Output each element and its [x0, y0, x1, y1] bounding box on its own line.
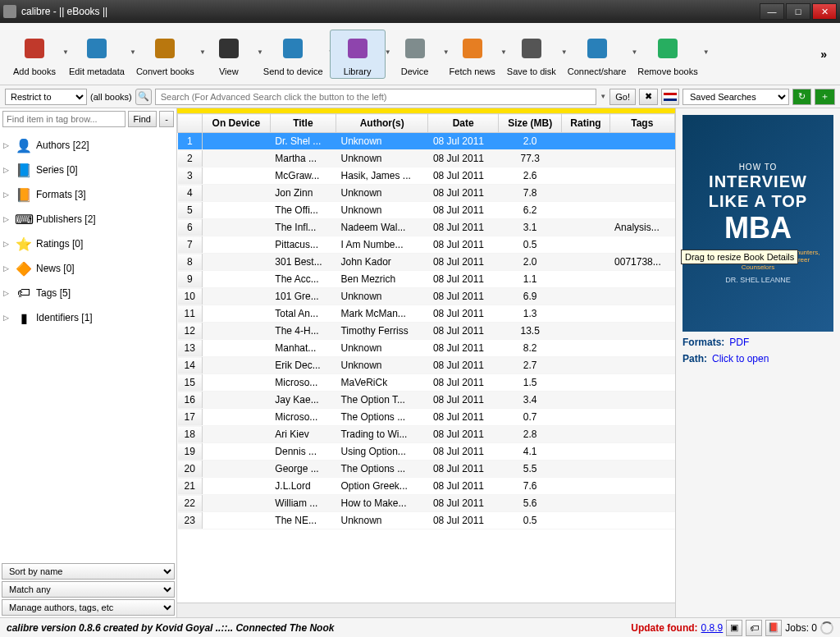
tag-tree[interactable]: ▷👤Authors [22]▷📘Series [0]▷📙Formats [3]▷…	[0, 130, 176, 561]
toolbar-remove-books[interactable]: Remove books▼	[632, 30, 702, 78]
add-search-button[interactable]: ＋	[815, 89, 835, 105]
table-row[interactable]: 2Martha ...Unknown08 Jul 201177.3	[178, 150, 675, 167]
close-button[interactable]: ✕	[812, 3, 837, 20]
cell-title: 101 Gre...	[270, 288, 336, 305]
maximize-button[interactable]: □	[786, 3, 810, 20]
column-header[interactable]: Author(s)	[336, 114, 427, 133]
table-row[interactable]: 17Microso...The Options ...08 Jul 20110.…	[178, 409, 675, 426]
toolbar-convert-books[interactable]: Convert books▼	[131, 30, 199, 78]
table-row[interactable]: 20George ...The Options ...08 Jul 20115.…	[178, 461, 675, 478]
table-row[interactable]: 19Dennis ...Using Option...08 Jul 20114.…	[178, 443, 675, 461]
table-row[interactable]: 3McGraw...Hasik, James ...08 Jul 20112.6	[178, 167, 675, 185]
tree-item[interactable]: ▷📙Formats [3]	[2, 182, 175, 207]
toolbar-device[interactable]: Device▼	[387, 30, 443, 78]
expand-icon[interactable]: ▷	[3, 289, 11, 297]
toolbar-edit-metadata[interactable]: Edit metadata▼	[64, 30, 130, 78]
tree-item[interactable]: ▷🏷Tags [5]	[2, 281, 175, 305]
row-number: 13	[178, 340, 203, 357]
toolbar-save-to-disk[interactable]: Save to disk▼	[502, 30, 561, 78]
toolbar-fetch-news[interactable]: Fetch news▼	[445, 30, 500, 78]
horizontal-scrollbar[interactable]	[177, 603, 675, 617]
cell-ondevice	[203, 167, 271, 185]
table-row[interactable]: 7Pittacus...I Am Numbe...08 Jul 20110.5	[178, 236, 675, 254]
toolbar-send-to-device[interactable]: Send to device▼	[258, 30, 328, 78]
column-header[interactable]: Rating	[562, 114, 609, 133]
edit-metadata-icon	[80, 32, 113, 65]
column-header[interactable]: On Device	[203, 114, 271, 133]
tree-item[interactable]: ▷⭐Ratings [0]	[2, 231, 175, 256]
saved-searches-select[interactable]: Saved Searches	[682, 89, 789, 105]
jobs-spinner-icon[interactable]	[820, 621, 833, 635]
tree-item[interactable]: ▷👤Authors [22]	[2, 133, 175, 158]
remove-books-icon	[651, 32, 684, 65]
expand-icon[interactable]: ▷	[3, 240, 11, 248]
table-row[interactable]: 5The Offi...Unknown08 Jul 20116.2	[178, 202, 675, 219]
table-row[interactable]: 22William ...How to Make...08 Jul 20115.…	[178, 495, 675, 512]
advanced-search-button[interactable]: 🔍	[135, 89, 152, 105]
toolbar-view[interactable]: View▼	[201, 30, 257, 78]
table-row[interactable]: 1Dr. Shel ...Unknown08 Jul 20112.0	[178, 133, 675, 150]
expand-icon[interactable]: ▷	[3, 190, 11, 199]
toolbar-library[interactable]: Library▼	[330, 30, 386, 79]
tree-item[interactable]: ▷📘Series [0]	[2, 158, 175, 182]
table-row[interactable]: 4Jon ZinnUnknown08 Jul 20117.8	[178, 185, 675, 202]
toolbar-overflow[interactable]: »	[820, 48, 833, 61]
book-cover[interactable]: HOW TO INTERVIEW LIKE A TOP MBA Job-Winn…	[682, 115, 833, 332]
column-header[interactable]: Date	[428, 114, 499, 133]
expand-icon[interactable]: ▷	[3, 314, 11, 322]
column-header[interactable]	[178, 114, 203, 133]
save-search-button[interactable]: ↻	[792, 89, 811, 105]
go-button[interactable]: Go!	[609, 89, 636, 105]
table-row[interactable]: 15Microso...MaVeRiCk08 Jul 20111.5	[178, 374, 675, 392]
find-tag-input[interactable]	[2, 111, 126, 127]
table-row[interactable]: 21J.L.LordOption Greek...08 Jul 20117.6	[178, 478, 675, 495]
find-tag-button[interactable]: Find	[128, 111, 157, 127]
table-row[interactable]: 23The NE...Unknown08 Jul 20110.5	[178, 512, 675, 529]
search-bar: Restrict to (all books) 🔍 ▼ Go! ✖ Saved …	[0, 85, 840, 108]
tree-item[interactable]: ▷🔶News [0]	[2, 256, 175, 281]
manage-select[interactable]: Manage authors, tags, etc	[2, 599, 175, 616]
sort-select[interactable]: Sort by name	[2, 563, 175, 580]
table-row[interactable]: 16Jay Kae...The Option T...08 Jul 20113.…	[178, 392, 675, 409]
tree-label: Identifiers [1]	[36, 312, 93, 323]
toolbar-add-books[interactable]: Add books▼	[7, 30, 62, 78]
restrict-select[interactable]: Restrict to	[5, 89, 87, 105]
tag-browser-toggle[interactable]: 🏷	[746, 620, 762, 636]
expand-icon[interactable]: ▷	[3, 215, 11, 223]
cover-howto: HOW TO	[739, 163, 778, 172]
column-header[interactable]: Size (MB)	[499, 114, 562, 133]
update-version-link[interactable]: 0.8.9	[701, 622, 724, 634]
layout-button[interactable]: ▣	[726, 620, 742, 636]
search-input[interactable]	[155, 89, 597, 105]
column-header[interactable]: Tags	[609, 114, 674, 133]
match-select[interactable]: Match any	[2, 581, 175, 598]
expand-icon[interactable]: ▷	[3, 141, 11, 149]
table-row[interactable]: 13Manhat...Unknown08 Jul 20118.2	[178, 340, 675, 357]
expand-icon[interactable]: ▷	[3, 166, 11, 174]
clear-search-button[interactable]: ✖	[639, 89, 658, 105]
titlebar[interactable]: calibre - || eBooks || — □ ✕	[0, 0, 840, 23]
book-table-wrap[interactable]: On DeviceTitleAuthor(s)DateSize (MB)Rati…	[177, 113, 675, 603]
table-row[interactable]: 9The Acc...Ben Mezrich08 Jul 20111.1	[178, 271, 675, 288]
dropdown-icon[interactable]: ▼	[703, 48, 710, 56]
table-row[interactable]: 8301 Best...John Kador08 Jul 20112.00071…	[178, 254, 675, 271]
jobs-label[interactable]: Jobs: 0	[785, 622, 817, 634]
table-row[interactable]: 18Ari KievTrading to Wi...08 Jul 20112.8	[178, 426, 675, 443]
highlight-button[interactable]	[661, 89, 679, 105]
collapse-button[interactable]: -	[159, 111, 174, 127]
column-header[interactable]: Title	[270, 114, 336, 133]
cover-browser-toggle[interactable]: 📕	[765, 620, 782, 636]
table-row[interactable]: 11Total An...Mark McMan...08 Jul 20111.3	[178, 305, 675, 323]
tree-item[interactable]: ▷▮Identifiers [1]	[2, 305, 175, 330]
toolbar-connect-share[interactable]: Connect/share▼	[563, 30, 632, 78]
minimize-button[interactable]: —	[760, 3, 784, 20]
cell-title: Pittacus...	[270, 236, 336, 254]
formats-link[interactable]: PDF	[729, 337, 749, 348]
table-row[interactable]: 12The 4-H...Timothy Ferriss08 Jul 201113…	[178, 323, 675, 340]
tree-item[interactable]: ▷⌨Publishers [2]	[2, 207, 175, 231]
path-link[interactable]: Click to open	[712, 353, 769, 364]
expand-icon[interactable]: ▷	[3, 264, 11, 273]
table-row[interactable]: 14Erik Dec...Unknown08 Jul 20112.7	[178, 357, 675, 374]
table-row[interactable]: 10101 Gre...Unknown08 Jul 20116.9	[178, 288, 675, 305]
table-row[interactable]: 6The Infl...Nadeem Wal...08 Jul 20113.1A…	[178, 219, 675, 236]
